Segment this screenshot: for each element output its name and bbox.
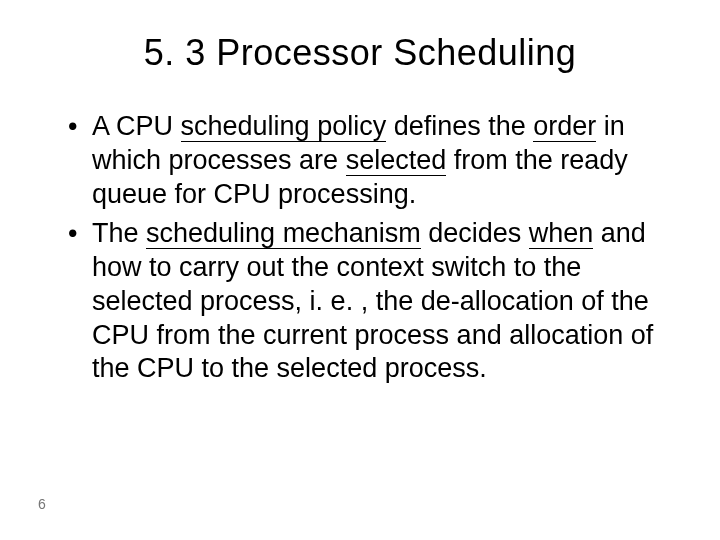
text-segment: defines the <box>386 111 533 141</box>
text-segment: A CPU <box>92 111 181 141</box>
text-segment: The <box>92 218 146 248</box>
underline-term: scheduling mechanism <box>146 218 421 249</box>
underline-term: when <box>529 218 594 249</box>
page-number: 6 <box>38 496 46 512</box>
slide-title: 5. 3 Processor Scheduling <box>60 32 660 74</box>
bullet-list: A CPU scheduling policy defines the orde… <box>60 110 660 386</box>
text-segment: decides <box>421 218 529 248</box>
underline-term: order <box>533 111 596 142</box>
slide: 5. 3 Processor Scheduling A CPU scheduli… <box>0 0 720 540</box>
list-item: A CPU scheduling policy defines the orde… <box>68 110 660 211</box>
underline-term: selected <box>346 145 447 176</box>
list-item: The scheduling mechanism decides when an… <box>68 217 660 386</box>
underline-term: scheduling policy <box>181 111 387 142</box>
